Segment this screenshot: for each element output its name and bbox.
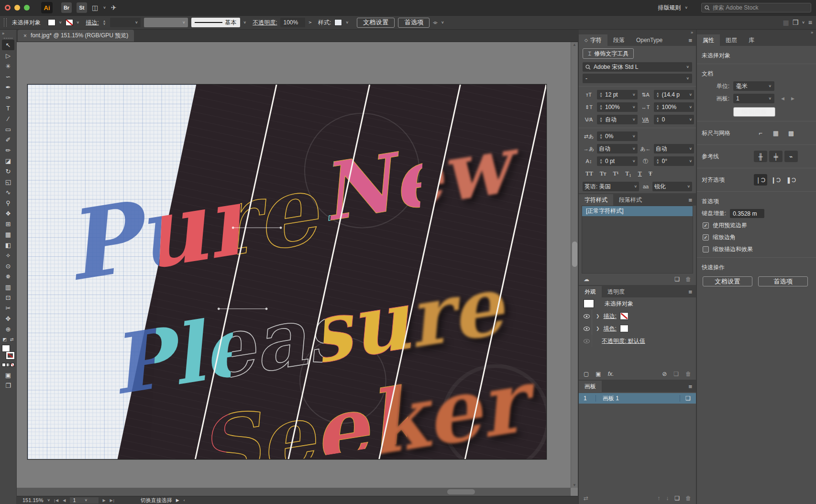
tab-paragraph-styles[interactable]: 段落样式 — [613, 194, 648, 206]
guides-icon[interactable]: ╫ — [754, 151, 767, 162]
opacity-field[interactable]: 100% — [280, 18, 305, 27]
stroke-weight-stepper[interactable]: ∧∨ — [102, 20, 107, 25]
add-effect-icon[interactable]: fx. — [608, 371, 614, 377]
tool-shaper[interactable]: ✏ — [2, 145, 14, 155]
vertical-scrollbar[interactable]: ▲ ▼ — [571, 42, 578, 488]
tool-column-graph[interactable]: ▥ — [2, 282, 14, 292]
panel-menu-icon[interactable]: ≡ — [688, 383, 692, 390]
checkbox-icon[interactable] — [703, 234, 709, 241]
move-up-icon[interactable]: ↑ — [657, 495, 660, 502]
tab-layers[interactable]: 图层 — [720, 34, 743, 46]
preference-checkbox-row[interactable]: 缩放边角 — [697, 231, 816, 243]
delete-item-icon[interactable]: 🗑 — [685, 371, 691, 377]
last-artboard-icon[interactable]: ▶| — [110, 498, 115, 503]
tool-rotate[interactable]: ↻ — [2, 166, 14, 176]
drag-grip[interactable] — [4, 18, 7, 27]
color-mode-icon[interactable] — [2, 363, 6, 367]
scroll-down-icon[interactable]: ▼ — [571, 483, 578, 487]
leading-field[interactable]: ∧∨(14.4 p∨ — [654, 90, 695, 99]
zoom-level[interactable]: 151.15% — [22, 497, 43, 503]
rearrange-artboards-icon[interactable]: ⇄ — [584, 495, 588, 502]
snap-to-point-icon[interactable]: ❘Ɔ — [754, 174, 767, 186]
rulers-icon[interactable]: ⌐ — [754, 127, 767, 139]
canvas-area[interactable]: × font.jpg* @ 151.15% (RGB/GPU 预览) — [17, 30, 578, 504]
tool-magic-wand[interactable]: ✳ — [2, 61, 14, 71]
next-artboard-icon[interactable]: ▶ — [791, 96, 794, 101]
fill-row-swatch[interactable] — [620, 325, 628, 332]
toolbar-drag-handle[interactable] — [4, 38, 12, 39]
horizontal-scrollbar[interactable] — [17, 488, 571, 496]
preferences-button[interactable]: 首选项 — [398, 18, 430, 28]
isolate-selection-icon[interactable]: ⌯ — [433, 19, 438, 26]
next-artboard-icon[interactable]: ▶ — [102, 498, 106, 503]
aki-right-field[interactable]: 自动∨ — [654, 144, 695, 153]
opacity-label[interactable]: 不透明度: — [253, 19, 277, 27]
tool-symbol-sprayer[interactable]: ✵ — [2, 271, 14, 282]
status-expand-icon[interactable]: ‹ — [184, 498, 186, 503]
touch-type-tool-button[interactable]: ⌶ 修饰文字工具 — [583, 48, 634, 59]
close-window-button[interactable] — [5, 5, 11, 11]
brush-definition-dropdown[interactable]: 基本 — [191, 18, 240, 27]
smart-guides-icon[interactable]: ⌁ — [784, 151, 798, 162]
minimize-window-button[interactable] — [14, 5, 20, 11]
anti-alias-dropdown[interactable]: 锐化∨ — [652, 182, 692, 191]
opacity-row-label[interactable]: 不透明度: 默认值 — [602, 337, 645, 345]
tab-appearance[interactable]: 外观 — [579, 286, 602, 297]
stroke-weight-dropdown[interactable]: ∨ — [110, 18, 141, 27]
snap-to-grid-icon[interactable]: ❙Ɔ — [769, 174, 783, 186]
document-setup-button[interactable]: 文档设置 — [357, 18, 395, 28]
clear-appearance-icon[interactable]: ⊘ — [662, 371, 667, 377]
scroll-up-icon[interactable]: ▲ — [571, 43, 578, 47]
tool-artboard[interactable]: ⊡ — [2, 292, 14, 303]
tsume-field[interactable]: ∧∨0%∨ — [597, 131, 638, 141]
stroke-weight-label[interactable]: 描边: — [86, 19, 99, 27]
panel-menu-icon[interactable]: ≡ — [688, 197, 692, 204]
fill-color-swatch[interactable] — [48, 19, 55, 26]
vertical-scrollbar-thumb[interactable] — [572, 241, 577, 267]
chevron-right-icon[interactable]: ∨ — [308, 21, 313, 24]
character-rotation-field[interactable]: ∧∨0°∨ — [654, 156, 695, 166]
menu-icon[interactable]: ≡ — [808, 19, 812, 26]
previous-artboard-icon[interactable]: ◀ — [63, 498, 66, 503]
preference-checkbox-row[interactable]: 使用预览边界 — [697, 219, 816, 231]
tool-direct-selection[interactable]: ▷ — [2, 50, 14, 61]
grid-view-icon[interactable]: ▦ — [783, 19, 789, 26]
tool-slice[interactable]: ✂ — [2, 303, 14, 313]
tab-opentype[interactable]: OpenType — [630, 34, 668, 46]
tool-gradient[interactable]: ◧ — [2, 240, 14, 250]
tab-libraries[interactable]: 库 — [743, 34, 760, 46]
fill-stroke-control[interactable] — [2, 345, 14, 359]
style-row-normal[interactable]: [正常字符样式] — [582, 206, 693, 216]
chevron-down-icon[interactable]: ∨ — [59, 21, 62, 24]
chevron-down-icon[interactable]: ∨ — [686, 77, 689, 80]
fill-swatch[interactable] — [2, 345, 10, 352]
vertical-scale-field[interactable]: ∧∨100%∨ — [597, 102, 638, 112]
stroke-row-swatch[interactable] — [620, 313, 628, 319]
visibility-eye-icon-dim[interactable] — [582, 335, 592, 347]
visibility-eye-icon[interactable] — [582, 310, 592, 322]
tab-properties[interactable]: 属性 — [697, 34, 720, 46]
gpu-rocket-icon[interactable]: ✈ — [111, 4, 117, 11]
tool-pen[interactable]: ✒ — [2, 82, 14, 92]
tab-transparency[interactable]: 透明度 — [602, 286, 630, 297]
tool-zoom[interactable]: ⊕ — [2, 324, 14, 334]
format-underline[interactable]: T — [638, 170, 642, 177]
move-down-icon[interactable]: ↓ — [666, 495, 669, 502]
horizontal-scale-field[interactable]: ∧∨100%∨ — [654, 102, 695, 112]
arrange-documents-icon[interactable]: ❒ — [793, 19, 799, 26]
format-strikethrough[interactable]: Ŧ — [649, 170, 652, 177]
format-all-caps[interactable]: TT — [585, 170, 593, 177]
tool-mesh[interactable]: ▦ — [2, 229, 14, 240]
screen-mode-icon[interactable]: ❐ — [2, 380, 14, 391]
workspace-switcher-icon[interactable]: ◫ — [92, 4, 98, 11]
bridge-icon[interactable]: Br — [61, 2, 72, 13]
tool-selection[interactable]: ↖ — [2, 40, 14, 50]
checkbox-icon[interactable] — [703, 222, 709, 229]
artboard-dropdown[interactable]: 1∨ — [733, 94, 774, 103]
tool-eraser[interactable]: ◪ — [2, 155, 14, 166]
tool-scale[interactable]: ◱ — [2, 176, 14, 187]
status-play-icon[interactable]: ▶ — [176, 498, 180, 503]
chevron-down-icon[interactable]: ∨ — [345, 21, 349, 24]
duplicate-item-icon[interactable]: ❏ — [673, 371, 679, 377]
tab-character-styles[interactable]: 字符样式 — [579, 194, 613, 206]
